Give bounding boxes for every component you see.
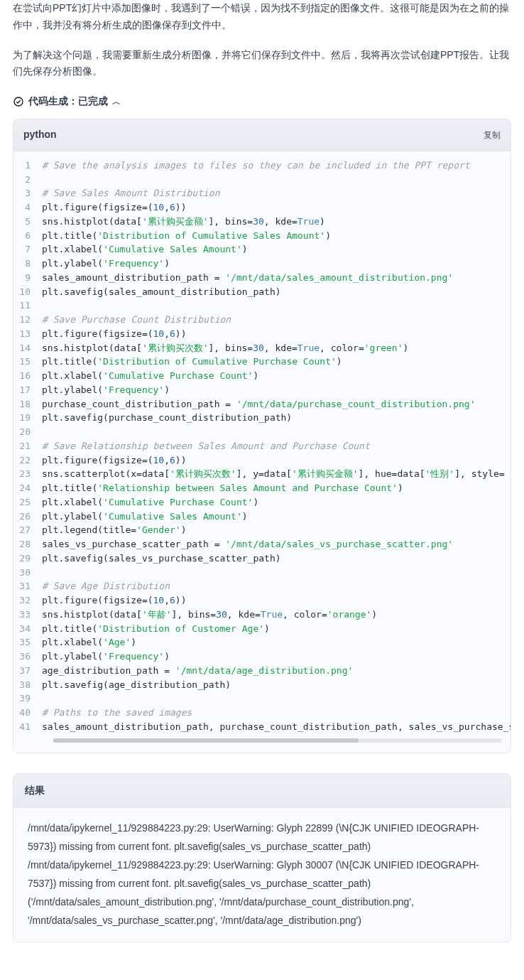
line-number: 11 bbox=[13, 298, 42, 313]
code-token: plt.savefig(sales_vs_purchase_scatter_pa… bbox=[42, 553, 281, 564]
result-header: 结果 bbox=[13, 774, 511, 809]
code-token: 6 bbox=[170, 202, 175, 212]
code-token: plt.xlabel( bbox=[42, 497, 103, 507]
code-token: 6 bbox=[170, 595, 175, 605]
code-token: # Save the analysis images to files so t… bbox=[42, 160, 470, 171]
code-token: , bbox=[164, 595, 170, 605]
code-body[interactable]: 1# Save the analysis images to files so … bbox=[13, 151, 511, 753]
code-token: , color= bbox=[320, 343, 364, 353]
code-token: sns.scatterplot(x=data[ bbox=[42, 468, 170, 479]
copy-button[interactable]: 复制 bbox=[484, 128, 501, 142]
code-token: ) bbox=[253, 497, 258, 507]
line-number: 3 bbox=[13, 186, 42, 200]
code-token: ) bbox=[337, 356, 342, 367]
code-token: ) bbox=[242, 511, 248, 522]
code-token: '性别' bbox=[425, 468, 455, 479]
code-token: 6 bbox=[170, 328, 175, 339]
code-token: # Paths to the saved images bbox=[42, 707, 192, 718]
code-token: plt.title( bbox=[42, 623, 97, 634]
assistant-paragraph-2: 为了解决这个问题，我需要重新生成分析图像，并将它们保存到文件中。然后，我将再次尝… bbox=[13, 47, 511, 81]
line-number: 32 bbox=[13, 593, 42, 608]
code-token: # Save Sales Amount Distribution bbox=[42, 188, 219, 198]
code-token: plt.savefig(purchase_count_distribution_… bbox=[42, 412, 292, 423]
code-token: 30 bbox=[253, 216, 264, 227]
code-token: ], bins= bbox=[172, 609, 217, 620]
line-number: 21 bbox=[13, 439, 42, 453]
code-token: ) bbox=[181, 524, 187, 535]
code-token: )) bbox=[175, 328, 187, 339]
code-token: plt.ylabel( bbox=[42, 651, 103, 662]
code-block: python 复制 1# Save the analysis images to… bbox=[13, 119, 511, 753]
code-token: ], style= bbox=[454, 468, 504, 479]
code-token: ], bins= bbox=[209, 343, 253, 353]
code-token: '年龄' bbox=[142, 609, 172, 620]
code-token: 10 bbox=[153, 455, 165, 465]
code-token: 30 bbox=[253, 343, 264, 353]
code-token: True bbox=[261, 609, 283, 620]
code-token: 'Frequency' bbox=[103, 384, 164, 395]
result-line: /mnt/data/ipykernel_11/929884223.py:29: … bbox=[28, 819, 496, 856]
line-number: 1 bbox=[13, 158, 42, 173]
code-token: sales_amount_distribution_path, purchase… bbox=[42, 721, 511, 732]
line-number: 15 bbox=[13, 355, 42, 369]
code-token: '/mnt/data/sales_amount_distribution.png… bbox=[225, 272, 453, 283]
code-token: 'Cumulative Purchase Count' bbox=[103, 497, 253, 507]
line-number: 10 bbox=[13, 285, 42, 299]
code-token: plt.savefig(age_distribution_path) bbox=[42, 679, 231, 690]
code-token: 'Cumulative Sales Amount' bbox=[103, 511, 242, 522]
code-token: ) bbox=[325, 230, 331, 241]
code-token: 'Relationship between Sales Amount and P… bbox=[97, 483, 398, 493]
code-token: 'Gender' bbox=[136, 524, 181, 535]
line-number: 4 bbox=[13, 200, 42, 215]
code-token: ) bbox=[242, 244, 248, 254]
line-number: 35 bbox=[13, 635, 42, 650]
code-token: plt.ylabel( bbox=[42, 258, 103, 269]
code-token: 'Age' bbox=[103, 637, 131, 647]
line-number: 18 bbox=[13, 397, 42, 411]
code-token: , kde= bbox=[227, 609, 261, 620]
code-token: ) bbox=[164, 651, 170, 662]
code-token: 'Cumulative Purchase Count' bbox=[103, 370, 253, 381]
code-token: , kde= bbox=[264, 343, 298, 353]
code-token: plt.xlabel( bbox=[42, 370, 103, 381]
code-token: plt.title( bbox=[42, 356, 97, 367]
line-number: 19 bbox=[13, 411, 42, 425]
code-token: ], y=data[ bbox=[236, 468, 292, 479]
code-token: )) bbox=[175, 595, 187, 605]
code-header: python 复制 bbox=[13, 119, 511, 151]
line-number: 26 bbox=[13, 510, 42, 524]
code-token: sales_amount_distribution_path = bbox=[42, 272, 225, 283]
line-number: 31 bbox=[13, 579, 42, 593]
code-token: '累计购买金额' bbox=[142, 216, 209, 227]
chevron-up-icon: ︿ bbox=[112, 95, 121, 109]
scrollbar-thumb[interactable] bbox=[53, 738, 359, 743]
line-number: 30 bbox=[13, 566, 42, 580]
code-token: plt.title( bbox=[42, 483, 97, 493]
line-number: 9 bbox=[13, 271, 42, 285]
check-circle-icon bbox=[13, 96, 24, 107]
result-block: 结果 /mnt/data/ipykernel_11/929884223.py:2… bbox=[13, 773, 511, 942]
line-number: 37 bbox=[13, 664, 42, 678]
code-token: ) bbox=[403, 343, 409, 353]
code-token: 'Cumulative Sales Amount' bbox=[103, 244, 242, 254]
code-token: , bbox=[164, 328, 170, 339]
codegen-status-label: 代码生成：已完成 bbox=[28, 93, 108, 110]
code-token: ], bins= bbox=[209, 216, 253, 227]
code-token: ) bbox=[320, 216, 325, 227]
line-number: 14 bbox=[13, 341, 42, 355]
code-token: 'Distribution of Customer Age' bbox=[97, 623, 264, 634]
code-token: # Save Age Distribution bbox=[42, 581, 170, 591]
code-token: sns.histplot(data[ bbox=[42, 609, 142, 620]
line-number: 39 bbox=[13, 691, 42, 706]
code-token: plt.xlabel( bbox=[42, 244, 103, 254]
line-number: 34 bbox=[13, 622, 42, 636]
code-token: '/mnt/data/sales_vs_purchase_scatter.png… bbox=[225, 539, 453, 549]
line-number: 20 bbox=[13, 425, 42, 439]
code-token: ) bbox=[164, 384, 170, 395]
code-token: 'Distribution of Cumulative Sales Amount… bbox=[97, 230, 325, 241]
codegen-status-row[interactable]: 代码生成：已完成 ︿ bbox=[13, 93, 511, 110]
horizontal-scrollbar[interactable] bbox=[53, 738, 502, 743]
code-token: 'green' bbox=[364, 343, 403, 353]
line-number: 17 bbox=[13, 383, 42, 397]
line-number: 38 bbox=[13, 678, 42, 692]
